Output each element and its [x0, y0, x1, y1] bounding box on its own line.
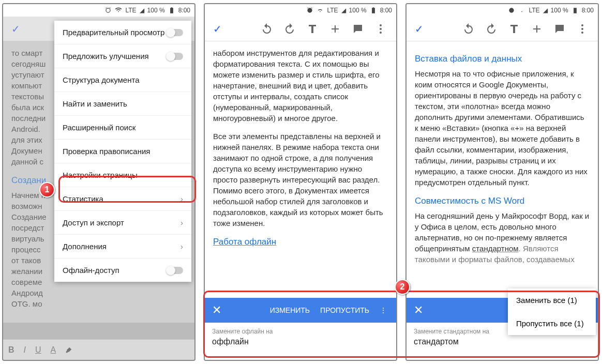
menu-page-settings[interactable]: Настройки страницы	[54, 163, 191, 187]
menu-advanced-search[interactable]: Расширенный поиск	[54, 115, 191, 139]
done-icon[interactable]: ✓	[411, 19, 428, 39]
skip-button[interactable]: ПРОПУСТИТЬ	[315, 302, 374, 318]
done-icon[interactable]: ✓	[209, 19, 226, 39]
lte-label: LTE	[125, 7, 136, 14]
format-icon[interactable]	[306, 23, 319, 35]
svg-point-4	[581, 28, 583, 30]
alarm-icon	[104, 7, 112, 14]
spell-error-word: стандартном	[472, 244, 519, 253]
wifi-icon	[518, 7, 525, 14]
toggle-off[interactable]	[167, 29, 183, 36]
doc-heading: Вставка файлов и данных	[415, 53, 590, 65]
battery-icon	[168, 7, 175, 14]
more-icon[interactable]	[576, 23, 589, 35]
doc-text: набором инструментов для редактирования …	[213, 48, 388, 124]
alarm-icon	[508, 7, 515, 14]
phone-screen-2: LTE ◢ 100 % 8:00 ✓ набором инструментов …	[204, 3, 397, 361]
menu-find-replace[interactable]: Найти и заменить	[54, 92, 191, 115]
menu-addons[interactable]: Дополнения›	[54, 234, 191, 258]
spellcheck-panel: ✕ ИЗМЕНИ Замените стандартном на стандар…	[407, 298, 598, 360]
more-icon[interactable]	[374, 23, 387, 35]
phone-screen-3: LTE ◢ 100 % 8:00 ✓ Вставка файлов и данн…	[405, 3, 599, 361]
plus-icon[interactable]	[329, 23, 341, 35]
battery-pct: 100 %	[147, 7, 165, 14]
svg-point-3	[581, 24, 583, 26]
replace-all-button[interactable]: Заменить все (1)	[508, 289, 596, 312]
italic-button[interactable]: I	[24, 345, 26, 355]
bold-button[interactable]: B	[8, 345, 14, 355]
svg-point-2	[380, 32, 382, 34]
redo-icon[interactable]	[283, 23, 296, 35]
doc-text: На сегодняшний день у Майкрософт Ворд, к…	[415, 210, 590, 265]
skip-all-button[interactable]: Пропустить все (1)	[508, 312, 596, 335]
menu-suggest[interactable]: Предложить улучшения	[54, 44, 191, 68]
doc-text: Все эти элементы представлены на верхней…	[213, 131, 388, 229]
wifi-icon	[115, 7, 122, 14]
editor-toolbar: ✓	[407, 17, 598, 41]
highlight-icon[interactable]	[65, 346, 72, 354]
doc-heading: Совместимость с MS Word	[415, 195, 590, 207]
textcolor-button[interactable]: A	[51, 345, 56, 355]
format-toolbar: B I U A	[3, 339, 194, 360]
doc-text: Несмотря на то что офисные приложения, к…	[415, 68, 590, 188]
spell-suggestion: оффлайн	[212, 337, 389, 346]
undo-icon[interactable]	[462, 23, 475, 35]
menu-preview[interactable]: Предварительный просмотр	[54, 21, 191, 44]
annotation-badge-2: 2	[395, 279, 410, 295]
status-bar: LTE ◢ 100 % 8:00	[205, 4, 396, 17]
battery-icon	[571, 7, 579, 14]
spell-label: Замените офлайн на	[212, 328, 389, 335]
svg-point-0	[380, 24, 382, 26]
spell-suggestion: стандартом	[414, 337, 591, 346]
svg-point-1	[380, 28, 382, 30]
underline-button[interactable]: U	[35, 345, 41, 355]
wifi-icon	[317, 7, 324, 14]
battery-icon	[370, 7, 377, 14]
close-icon[interactable]: ✕	[411, 300, 426, 320]
undo-icon[interactable]	[261, 23, 273, 35]
phone-screen-1: LTE ◢ 100 % 8:00 ✓ то смарт сегодняш уст…	[2, 3, 195, 361]
status-bar: LTE ◢ 100 % 8:00	[3, 4, 194, 17]
toggle-off[interactable]	[167, 53, 183, 60]
menu-access-export[interactable]: Доступ и экспорт›	[54, 210, 191, 234]
document-body[interactable]: набором инструментов для редактирования …	[205, 41, 396, 257]
format-icon[interactable]	[508, 23, 520, 35]
editor-toolbar: ✓	[205, 17, 396, 41]
menu-spellcheck[interactable]: Проверка правописания	[54, 139, 191, 163]
annotation-badge-1: 1	[39, 182, 55, 198]
spellcheck-header: ✕ ИЗМЕНИТЬ ПРОПУСТИТЬ ⋮	[205, 298, 396, 323]
status-bar: LTE ◢ 100 % 8:00	[407, 4, 598, 17]
toggle-off[interactable]	[167, 267, 183, 274]
done-icon[interactable]: ✓	[7, 19, 24, 39]
document-body[interactable]: Вставка файлов и данных Несмотря на то ч…	[407, 41, 598, 278]
chevron-right-icon: ›	[180, 242, 183, 251]
chevron-right-icon: ›	[180, 194, 183, 203]
clock: 8:00	[178, 7, 190, 14]
plus-icon[interactable]	[531, 23, 543, 35]
menu-structure[interactable]: Структура документа	[54, 68, 191, 92]
change-button[interactable]: ИЗМЕНИТЬ	[265, 302, 315, 318]
svg-point-5	[581, 32, 583, 34]
spell-popup-menu: Заменить все (1) Пропустить все (1)	[508, 289, 596, 335]
more-icon[interactable]: ⋮	[374, 302, 392, 318]
menu-offline[interactable]: Офлайн-доступ	[54, 258, 191, 282]
overflow-menu: Предварительный просмотр Предложить улуч…	[54, 21, 191, 282]
close-icon[interactable]: ✕	[209, 300, 224, 320]
doc-heading: Работа офлайн	[213, 236, 388, 248]
menu-statistics[interactable]: Статистика›	[54, 187, 191, 210]
comment-icon[interactable]	[352, 23, 364, 35]
signal-icon: ◢	[140, 7, 144, 14]
redo-icon[interactable]	[485, 23, 498, 35]
comment-icon[interactable]	[553, 23, 566, 35]
alarm-icon	[306, 7, 313, 14]
chevron-right-icon: ›	[180, 218, 183, 227]
spellcheck-panel: ✕ ИЗМЕНИТЬ ПРОПУСТИТЬ ⋮ Замените офлайн …	[205, 298, 396, 360]
